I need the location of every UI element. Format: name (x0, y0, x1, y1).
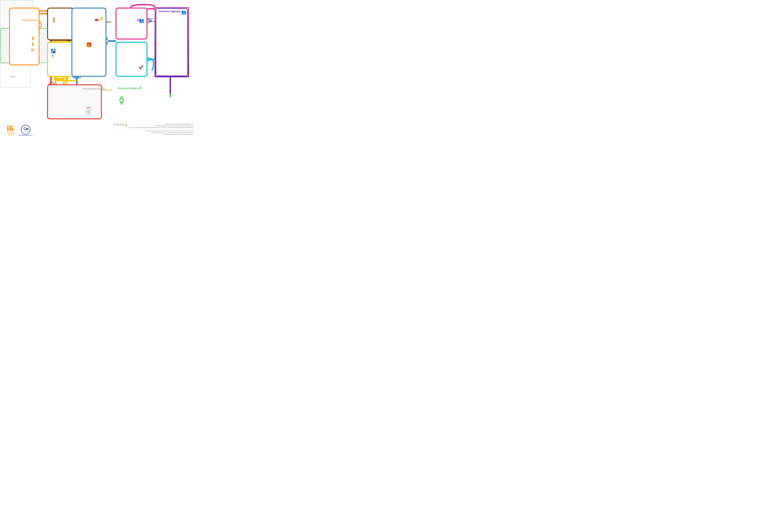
idea-monopoly-logo: THE IDEA MONOPOLY® (19, 125, 33, 136)
revenue-streams-label: Revenue Streams ⬇ (118, 86, 142, 90)
key-partners-building-icon: 🏛 (30, 47, 35, 52)
credits-line1: Designed by Elena Balakhnova (www.IIGglo… (128, 123, 193, 125)
svg-rect-41 (9, 125, 11, 131)
canvas: Key Partners ⬆⬇ 🏛 Key Activities 🧍 Key R… (0, 0, 198, 138)
svg-rect-39 (7, 125, 9, 127)
svg-rect-40 (7, 128, 9, 131)
cost-structure-icon: 🛒 (86, 109, 92, 115)
footer-credits: ⓒ ⓟ ⓢ ⓝ 🔒 Designed by Elena Balakhnova (… (114, 123, 193, 135)
channels-box: Channels 🚀 (116, 42, 147, 77)
cr-number-icon: 4 (137, 18, 139, 22)
brief-box: Brief (0, 63, 30, 87)
svg-point-16 (120, 99, 123, 102)
credits-line3: Based on an original design by Business … (128, 127, 193, 128)
vp-car-icon: 🚗 (95, 17, 99, 21)
customer-segment-box: Customer Segment 👥 (155, 7, 189, 77)
svg-marker-50 (24, 127, 29, 132)
cr-people-icon: 👥 (139, 18, 144, 23)
svg-point-18 (121, 102, 122, 104)
footer-logos: INNOVATION INTELLIGENCE GROUP THE IDEA M… (6, 125, 33, 136)
key-activities-icon: 🧍 (51, 18, 57, 23)
credits-line2: Colours and adaptation by The Idea Monop… (128, 125, 193, 127)
brief-label: Brief (11, 75, 15, 78)
channels-icon: 🚀 (139, 65, 143, 70)
value-proposition-box: Value Proposition 🔑 🚗 🎁 (71, 8, 106, 77)
cs-people-icon: 👥 (181, 10, 186, 15)
key-partners-box: Key Partners ⬆⬇ 🏛 (9, 8, 39, 65)
key-resources-icon: 🚰🥤 (51, 49, 56, 58)
customer-relationship-box: Customer Relationship 👥 4 (116, 8, 147, 39)
license-line2: To view a copy of this license, visit : … (114, 132, 193, 134)
svg-rect-44 (12, 130, 14, 131)
svg-point-17 (121, 96, 122, 98)
key-activities-box: Key Activities 🧍 (47, 8, 74, 40)
key-partners-label: Key Partners (22, 19, 37, 22)
license-line3: Also available under pdf format at: www.… (114, 134, 193, 135)
svg-rect-42 (12, 125, 13, 127)
vp-key-icon: 🔑 (99, 17, 103, 21)
key-resources-box: Key Resources 🚰🥤 (47, 42, 74, 77)
idea-monopoly-icon-svg (21, 125, 31, 135)
iig-icon-svg (6, 125, 15, 132)
iig-logo: INNOVATION INTELLIGENCE GROUP (6, 125, 15, 136)
iig-text: INNOVATION INTELLIGENCE GROUP (6, 132, 15, 136)
vp-summary-label: Value Proposition Summary (83, 88, 105, 90)
cc-icons: ⓒ ⓟ ⓢ ⓝ 🔒 (114, 123, 127, 126)
customer-segment-label: Customer Segment (158, 10, 181, 13)
revenue-streams-arrow-icon: ⬇ (139, 86, 142, 90)
svg-point-15 (150, 58, 152, 60)
license-line1: This work is licensed under a Creative C… (114, 130, 193, 132)
cost-currency-icon: $€¥ (86, 107, 91, 109)
key-partners-icon: ⬆⬇ (30, 36, 35, 47)
vp-gift-icon: 🎁 (86, 42, 92, 48)
idea-monopoly-text: THE IDEA MONOPOLY® (19, 135, 33, 136)
